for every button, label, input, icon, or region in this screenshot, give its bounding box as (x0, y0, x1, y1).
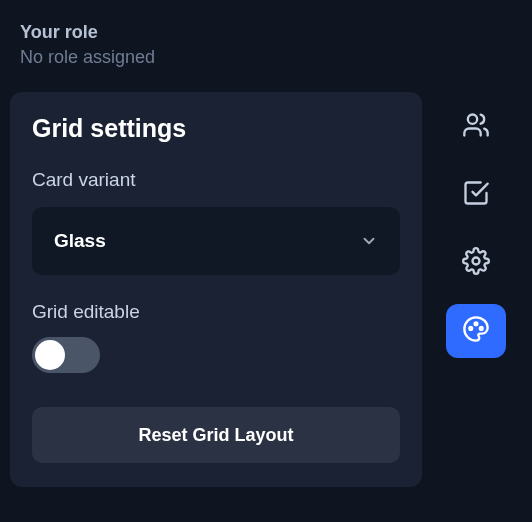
side-rail (442, 100, 510, 358)
rail-item-tasks[interactable] (446, 168, 506, 222)
grid-editable-toggle[interactable] (32, 337, 100, 373)
role-value: No role assigned (20, 47, 412, 68)
role-section: Your role No role assigned (10, 22, 422, 80)
svg-point-3 (475, 322, 478, 325)
toggle-thumb (35, 340, 65, 370)
card-variant-select[interactable]: Glass (32, 207, 400, 275)
grid-editable-label: Grid editable (32, 301, 400, 323)
reset-grid-layout-button[interactable]: Reset Grid Layout (32, 407, 400, 463)
svg-point-2 (469, 327, 472, 330)
palette-icon (462, 315, 490, 347)
card-variant-value: Glass (54, 230, 106, 252)
rail-item-settings[interactable] (446, 236, 506, 290)
rail-item-theme[interactable] (446, 304, 506, 358)
grid-settings-card: Grid settings Card variant Glass Grid ed… (10, 92, 422, 487)
svg-point-4 (480, 327, 483, 330)
gear-icon (462, 247, 490, 279)
people-icon (462, 111, 490, 143)
grid-settings-title: Grid settings (32, 114, 400, 143)
rail-item-people[interactable] (446, 100, 506, 154)
svg-point-0 (468, 115, 477, 124)
role-title: Your role (20, 22, 412, 43)
svg-point-1 (473, 258, 480, 265)
check-square-icon (462, 179, 490, 211)
card-variant-label: Card variant (32, 169, 400, 191)
chevron-down-icon (360, 232, 378, 250)
